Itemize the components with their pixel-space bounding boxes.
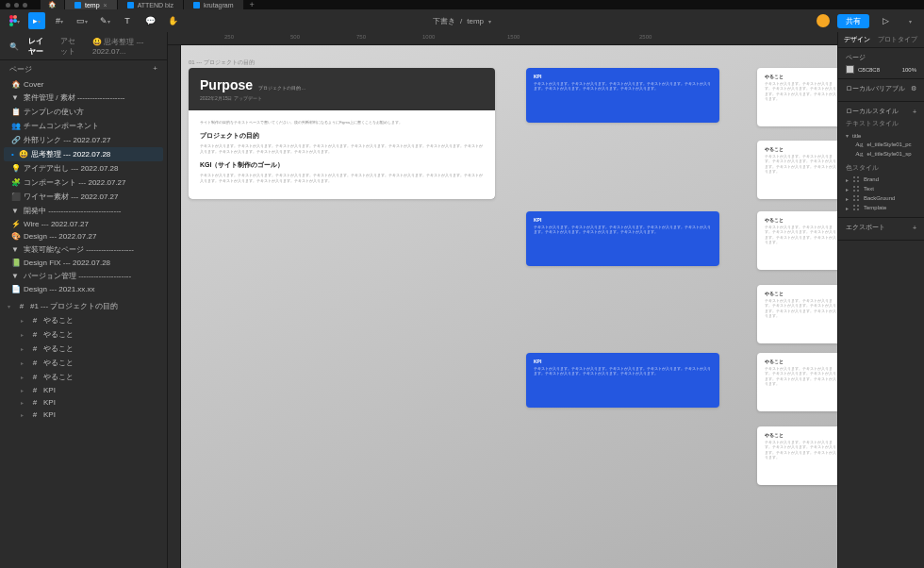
purpose-body2: テキストが入ります。テキストが入ります。テキストが入ります。テキストが入ります。…: [200, 173, 484, 184]
new-tab-button[interactable]: +: [244, 0, 260, 9]
user-avatar[interactable]: [817, 14, 830, 27]
page-item[interactable]: ▼実装可能なページ -------------------: [4, 242, 163, 257]
text-style-2[interactable]: Agel_titleStyle01_sp: [846, 149, 916, 159]
frame-tool[interactable]: #▾: [51, 12, 68, 29]
bg-opacity: 100%: [902, 67, 916, 73]
shape-tool[interactable]: ▭▾: [74, 12, 91, 29]
toolbar: ▾ ▸▾ #▾ ▭▾ ✎▾ T 💬 ✋ 下書き/temp▾ 共有 ▷ ▾: [0, 9, 924, 32]
page-item[interactable]: 🧩コンポーネント --- 2022.07.27: [4, 175, 163, 190]
color-styles-label: 色スタイル: [846, 163, 916, 173]
purpose-subtitle: プロジェクトの目的 ...: [258, 85, 306, 91]
svg-point-2: [9, 23, 13, 26]
add-page-button[interactable]: +: [153, 64, 157, 75]
pen-tool[interactable]: ✎▾: [96, 12, 113, 29]
page-item[interactable]: 🎨Design --- 2022.07.27: [4, 230, 163, 242]
color-style-item[interactable]: ▸BackGround: [846, 193, 916, 203]
frame-todo[interactable]: やることテキストが入ります。テキストが入ります。テキストが入ります。テキストが入…: [757, 426, 837, 485]
file-tab-2[interactable]: krutagram: [184, 0, 244, 9]
add-export-button[interactable]: +: [913, 225, 916, 231]
share-button[interactable]: 共有: [837, 14, 869, 28]
design-tab[interactable]: デザイン: [844, 35, 870, 44]
chevron-down-icon: ▾: [17, 18, 20, 25]
pages-list: 🏠Cover▼案件管理 / 素材 -------------------📋テンプ…: [0, 78, 167, 299]
page-item[interactable]: 🏠Cover: [4, 78, 163, 91]
layer-item[interactable]: ▸#やること: [0, 342, 167, 356]
frame-purpose[interactable]: Purpose プロジェクトの目的 ... 2022年2月15日 アップデート …: [189, 68, 495, 199]
color-style-item[interactable]: ▸Template: [846, 203, 916, 212]
page-item[interactable]: •😃思考整理 --- 2022.07.28: [4, 147, 163, 161]
page-item[interactable]: 📗Design FIX --- 2022.07.28: [4, 257, 163, 269]
purpose-h2: KGI（サイト制作のゴール）: [200, 160, 484, 170]
figma-file-icon: [74, 2, 81, 8]
prototype-tab[interactable]: プロトタイプ: [878, 35, 917, 44]
search-icon[interactable]: 🔍: [9, 42, 19, 51]
layer-item[interactable]: ▸#KPI: [0, 396, 167, 409]
layer-item[interactable]: ▸#KPI: [0, 384, 167, 396]
layer-item[interactable]: ▸#やること: [0, 370, 167, 384]
hand-tool[interactable]: ✋: [164, 12, 181, 29]
frame-todo[interactable]: やることテキストが入ります。テキストが入ります。テキストが入ります。テキストが入…: [757, 353, 837, 411]
figma-menu[interactable]: ▾: [6, 12, 23, 29]
home-tab[interactable]: 🏠: [41, 0, 65, 9]
style-group-title[interactable]: ▾title: [846, 131, 916, 140]
page-item[interactable]: ▼バージョン管理 ---------------------: [4, 269, 163, 283]
page-item[interactable]: 📄Design --- 2021.xx.xx: [4, 283, 163, 295]
page-item[interactable]: 📋テンプレの使い方: [4, 105, 163, 119]
zoom-menu[interactable]: ▾: [901, 12, 918, 29]
frame-kpi[interactable]: KPIテキストが入ります。テキストが入ります。テキストが入ります。テキストが入り…: [526, 211, 719, 266]
canvas[interactable]: 250500750100015002500 01 --- プロジェクトの目的 P…: [168, 32, 837, 568]
purpose-header: Purpose プロジェクトの目的 ... 2022年2月15日 アップデート: [189, 68, 495, 110]
layer-item[interactable]: ▸#KPI: [0, 409, 167, 421]
frame-todo[interactable]: やることテキストが入ります。テキストが入ります。テキストが入ります。テキストが入…: [757, 211, 837, 270]
left-panel: 🔍 レイヤー アセット 😃 思考整理 --- 2022.07... ページ + …: [0, 32, 168, 568]
assets-tab[interactable]: アセット: [60, 36, 83, 57]
page-bg-color[interactable]: C8C8C8 100%: [846, 65, 916, 74]
close-dot[interactable]: [6, 3, 10, 8]
move-tool[interactable]: ▸▾: [28, 12, 45, 29]
close-tab-icon[interactable]: ×: [104, 2, 107, 8]
page-item[interactable]: 🔗外部リンク --- 2022.07.27: [4, 133, 163, 147]
text-tool[interactable]: T: [119, 12, 136, 29]
file-title[interactable]: 下書き/temp▾: [433, 16, 491, 26]
pages-label: ページ: [9, 64, 32, 75]
page-item[interactable]: ▼案件管理 / 素材 -------------------: [4, 91, 163, 105]
text-styles-label: テキストスタイル: [846, 119, 916, 128]
min-dot[interactable]: [14, 3, 19, 8]
file-tab-1[interactable]: ATTEND biz: [118, 0, 184, 9]
page-item[interactable]: 👥チームコンポーネント: [4, 119, 163, 133]
file-tab-0[interactable]: temp×: [65, 0, 118, 9]
color-style-item[interactable]: ▸Text: [846, 184, 916, 193]
layer-root[interactable]: ▾##1 --- プロジェクトの目的: [0, 299, 167, 313]
page-item[interactable]: 💡アイデア出し --- 2022.07.28: [4, 161, 163, 175]
frame-label[interactable]: 01 --- プロジェクトの目的: [189, 58, 255, 67]
svg-point-1: [9, 19, 13, 23]
layers-tab[interactable]: レイヤー: [28, 36, 51, 57]
file-tab-label: ATTEND biz: [138, 2, 173, 8]
color-style-item[interactable]: ▸Brand: [846, 175, 916, 184]
frame-todo[interactable]: やることテキストが入ります。テキストが入ります。テキストが入ります。テキストが入…: [757, 68, 837, 126]
color-swatch: [846, 65, 854, 74]
layer-item[interactable]: ▸#やること: [0, 313, 167, 327]
frame-kpi[interactable]: KPIテキストが入ります。テキストが入ります。テキストが入ります。テキストが入り…: [526, 353, 719, 408]
page-dropdown[interactable]: 😃 思考整理 --- 2022.07...: [92, 37, 157, 56]
layer-item[interactable]: ▸#やること: [0, 327, 167, 342]
bg-hex: C8C8C8: [858, 67, 880, 73]
layer-item[interactable]: ▸#やること: [0, 356, 167, 370]
frame-todo[interactable]: やることテキストが入ります。テキストが入ります。テキストが入ります。テキストが入…: [757, 285, 837, 343]
frame-todo[interactable]: やることテキストが入ります。テキストが入ります。テキストが入ります。テキストが入…: [757, 141, 837, 199]
local-variables[interactable]: ローカルバリアブル: [846, 84, 905, 93]
add-style-button[interactable]: +: [913, 109, 916, 115]
purpose-body: サイト制作の目的をテキストベースで書いてください。後の判断材料になるようにFig…: [189, 110, 495, 199]
comment-tool[interactable]: 💬: [141, 12, 158, 29]
frame-kpi[interactable]: KPIテキストが入ります。テキストが入ります。テキストが入ります。テキストが入り…: [526, 68, 719, 123]
max-dot[interactable]: [23, 3, 27, 8]
right-panel: デザイン プロトタイプ ページ C8C8C8 100% ローカルバリアブル⚙ ロ…: [837, 32, 924, 568]
text-style-1[interactable]: Agel_titleStyle01_pc: [846, 140, 916, 149]
present-button[interactable]: ▷: [877, 12, 894, 29]
page-item[interactable]: ⬛ワイヤー素材 --- 2022.07.27: [4, 190, 163, 204]
page-item[interactable]: ⚡Wire --- 2022.07.27: [4, 218, 163, 230]
page-item[interactable]: ▼開発中 -----------------------------: [4, 204, 163, 218]
figma-file-icon: [193, 2, 200, 8]
purpose-title: Purpose: [200, 77, 253, 92]
settings-icon[interactable]: ⚙: [911, 85, 916, 92]
